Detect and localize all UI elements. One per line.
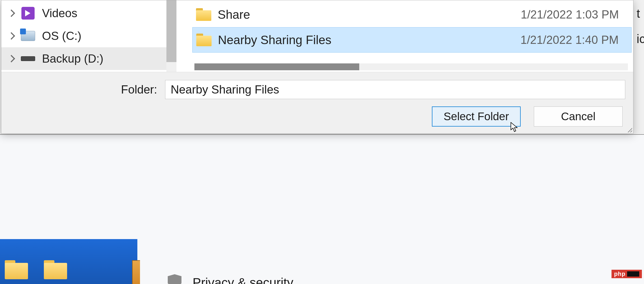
- cancel-button[interactable]: Cancel: [534, 106, 623, 127]
- folder-input-row: Folder:: [9, 80, 625, 99]
- nav-item-videos[interactable]: Videos: [1, 2, 176, 25]
- chevron-right-icon[interactable]: [8, 10, 15, 17]
- taskbar: [0, 239, 137, 284]
- file-name: Nearby Sharing Files: [218, 33, 520, 47]
- folder-icon: [196, 8, 211, 21]
- taskbar-tray[interactable]: [132, 260, 140, 284]
- file-name: Share: [218, 7, 521, 22]
- dialog-footer: Folder: Select Folder Cancel: [1, 72, 633, 133]
- clipped-text: ic: [637, 32, 644, 46]
- folder-picker-dialog: Videos OS (C:) Backup (D:): [1, 0, 633, 134]
- file-row-nearby-sharing[interactable]: Nearby Sharing Files 1/21/2022 1:40 PM: [192, 27, 632, 53]
- clipped-text: t: [637, 6, 644, 21]
- watermark-text: php: [614, 271, 626, 277]
- scrollbar-thumb[interactable]: [166, 0, 176, 62]
- watermark: php: [612, 270, 642, 278]
- horizontal-scrollbar[interactable]: [194, 63, 628, 70]
- file-list: Share 1/21/2022 1:03 PM Nearby Sharing F…: [176, 0, 633, 72]
- nav-item-label: OS (C:): [42, 29, 81, 43]
- nav-item-os-drive[interactable]: OS (C:): [1, 25, 176, 47]
- shield-icon: [168, 274, 181, 284]
- taskbar-folder-icon[interactable]: [5, 260, 28, 279]
- nav-scrollbar[interactable]: [166, 0, 176, 72]
- watermark-block: [627, 271, 639, 277]
- settings-window: Update Privacy & security Windows Update: [0, 134, 644, 284]
- folder-label: Folder:: [9, 83, 157, 96]
- folder-icon: [196, 34, 212, 46]
- file-date: 1/21/2022 1:40 PM: [520, 33, 624, 46]
- settings-item-label: Privacy & security: [193, 275, 293, 284]
- drive-icon: [21, 56, 35, 61]
- dialog-body: Videos OS (C:) Backup (D:): [1, 0, 633, 72]
- chevron-right-icon[interactable]: [8, 55, 15, 62]
- file-date: 1/21/2022 1:03 PM: [521, 8, 624, 21]
- scrollbar-thumb[interactable]: [194, 63, 359, 70]
- chevron-right-icon[interactable]: [8, 32, 15, 40]
- taskbar-folder-icon[interactable]: [44, 260, 67, 279]
- navigation-pane: Videos OS (C:) Backup (D:): [1, 0, 176, 72]
- nav-item-backup-drive[interactable]: Backup (D:): [1, 47, 176, 70]
- nav-tree: Videos OS (C:) Backup (D:): [1, 0, 176, 72]
- dialog-buttons: Select Folder Cancel: [9, 106, 625, 127]
- file-row-share[interactable]: Share 1/21/2022 1:03 PM: [192, 2, 632, 27]
- folder-name-input[interactable]: [165, 80, 625, 99]
- select-folder-button[interactable]: Select Folder: [432, 106, 521, 127]
- nav-item-label: Videos: [42, 7, 77, 20]
- nav-item-label: Backup (D:): [42, 52, 103, 65]
- videos-icon: [21, 7, 35, 20]
- drive-icon: [21, 31, 35, 41]
- settings-item-privacy[interactable]: Privacy & security: [168, 274, 293, 284]
- resize-grip[interactable]: [626, 127, 632, 132]
